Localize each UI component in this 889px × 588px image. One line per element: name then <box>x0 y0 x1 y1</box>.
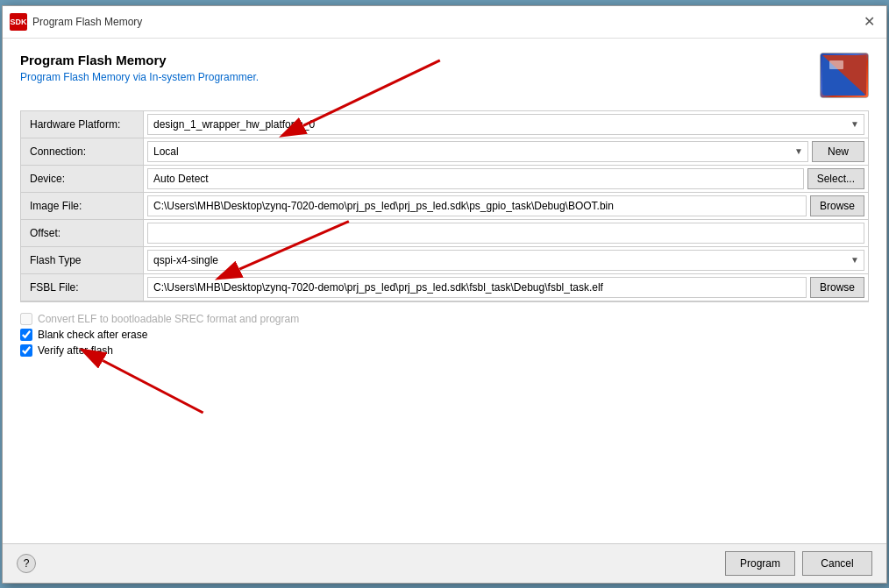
close-button[interactable]: ✕ <box>858 11 879 32</box>
cancel-button[interactable]: Cancel <box>802 551 872 576</box>
blank-check-checkbox-row: Blank check after erase <box>20 329 869 341</box>
checkbox-section: Convert ELF to bootloadable SREC format … <box>20 313 869 357</box>
convert-elf-checkbox[interactable] <box>20 313 32 325</box>
offset-label: Offset: <box>21 220 144 247</box>
footer-right: Program Cancel <box>725 551 872 576</box>
svg-line-8 <box>103 360 203 413</box>
footer-left: ? <box>17 554 36 573</box>
connection-field: Local ▼ New <box>144 138 868 166</box>
connection-select[interactable]: Local <box>147 141 808 162</box>
image-browse-button[interactable]: Browse <box>810 195 864 216</box>
dialog-header: Program Flash Memory Program Flash Memor… <box>20 53 869 98</box>
verify-after-flash-label: Verify after flash <box>38 344 113 357</box>
device-label: Device: <box>21 166 144 193</box>
fsbl-file-label: FSBL File: <box>21 274 144 301</box>
fsbl-browse-button[interactable]: Browse <box>810 277 864 298</box>
flash-memory-icon <box>820 53 869 98</box>
blank-check-checkbox[interactable] <box>20 329 32 341</box>
title-bar-left: SDK Program Flash Memory <box>10 13 142 31</box>
form-grid: Hardware Platform: design_1_wrapper_hw_p… <box>20 110 869 302</box>
fsbl-file-field: Browse <box>144 274 868 301</box>
fsbl-file-input[interactable] <box>147 277 807 298</box>
verify-after-flash-checkbox-row: Verify after flash <box>20 344 869 357</box>
hardware-platform-field: design_1_wrapper_hw_platform_0 ▼ <box>144 111 868 138</box>
hardware-platform-label: Hardware Platform: <box>21 111 144 138</box>
dialog-heading: Program Flash Memory <box>20 53 259 67</box>
sdk-icon: SDK <box>10 13 27 31</box>
flash-type-label: Flash Type <box>21 247 144 274</box>
convert-elf-label: Convert ELF to bootloadable SREC format … <box>38 313 299 325</box>
device-input[interactable] <box>147 168 804 189</box>
convert-elf-checkbox-row: Convert ELF to bootloadable SREC format … <box>20 313 869 325</box>
dialog-footer: ? Program Cancel <box>3 543 886 583</box>
offset-input[interactable] <box>147 223 864 244</box>
title-bar: SDK Program Flash Memory ✕ <box>3 6 886 39</box>
image-file-field: Browse <box>144 193 868 220</box>
svg-rect-2 <box>829 60 843 69</box>
offset-field <box>144 220 868 247</box>
dialog-title-section: Program Flash Memory Program Flash Memor… <box>20 53 259 83</box>
dialog-subheading: Program Flash Memory via In-system Progr… <box>20 71 259 83</box>
program-flash-dialog: SDK Program Flash Memory ✕ Program Flash… <box>2 5 887 584</box>
program-button[interactable]: Program <box>725 551 795 576</box>
blank-check-label: Blank check after erase <box>38 329 147 341</box>
image-file-input[interactable] <box>147 195 807 216</box>
window-title: Program Flash Memory <box>32 16 142 28</box>
device-field: Select... <box>144 166 868 193</box>
new-button[interactable]: New <box>812 141 864 162</box>
flash-type-select[interactable]: qspi-x4-single <box>147 250 864 271</box>
help-button[interactable]: ? <box>17 554 36 573</box>
hardware-platform-select[interactable]: design_1_wrapper_hw_platform_0 <box>147 114 864 135</box>
image-file-label: Image File: <box>21 193 144 220</box>
verify-after-flash-checkbox[interactable] <box>20 344 32 357</box>
dialog-content: Program Flash Memory Program Flash Memor… <box>3 39 886 543</box>
flash-type-field: qspi-x4-single ▼ <box>144 247 868 274</box>
connection-label: Connection: <box>21 138 144 166</box>
select-button[interactable]: Select... <box>807 168 864 189</box>
